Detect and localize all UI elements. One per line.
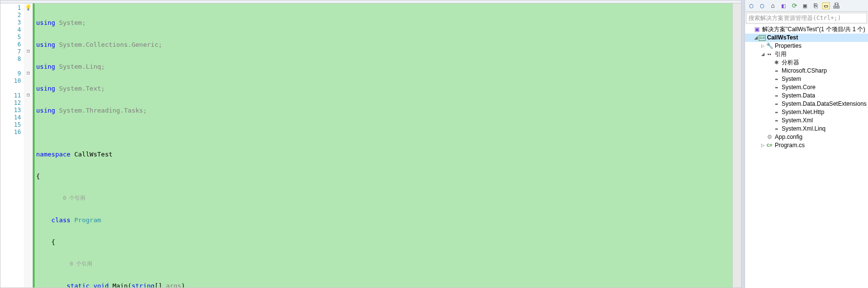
- reference-item[interactable]: ▪▪System.Core: [745, 83, 868, 92]
- line-num: 14: [0, 114, 21, 121]
- expander-icon[interactable]: ◢: [753, 34, 759, 42]
- code-text: System.Collections.Generic;: [55, 41, 162, 48]
- kw-static: static void: [36, 282, 113, 288]
- references-label: 引用: [775, 50, 787, 58]
- reference-item[interactable]: ▪▪System.Data.DataSetExtensions: [745, 100, 868, 108]
- properties-node[interactable]: ▷ 🔧 Properties: [745, 42, 868, 50]
- line-num: 11: [0, 92, 21, 99]
- line-num: 13: [0, 107, 21, 114]
- ref-label: System.Data: [782, 92, 815, 100]
- brace: {: [35, 173, 732, 180]
- kw-using: using: [36, 19, 55, 26]
- line-num: 10: [0, 77, 21, 85]
- properties-label: Properties: [775, 42, 802, 50]
- references-node[interactable]: ◢ ▪▪ 引用: [745, 50, 868, 58]
- ref-label: System: [782, 75, 801, 83]
- solution-node[interactable]: ▣ 解决方案"CallWsTest"(1 个项目/共 1 个): [745, 25, 868, 34]
- code-area[interactable]: 1 2 3 4 5 6 7 8 9 10 11 12 13 14 15 16 💡: [0, 3, 741, 288]
- line-num: 8: [0, 56, 21, 63]
- solution-explorer: ◯ ◯ ⌂ ◧ ⟳ ▣ ⎘ ▭ 品 搜索解决方案资源管理器(Ctrl+;) ▣ …: [745, 0, 868, 288]
- reference-item[interactable]: ▪▪System: [745, 75, 868, 83]
- analyzer-node[interactable]: ✱ 分析器: [745, 58, 868, 67]
- line-num: 3: [0, 19, 21, 26]
- line-num: 1: [0, 4, 21, 12]
- code-editor: 1 2 3 4 5 6 7 8 9 10 11 12 13 14 15 16 💡: [0, 0, 742, 288]
- view-icon[interactable]: ▭: [822, 2, 830, 9]
- line-num: 16: [0, 129, 21, 136]
- line-num: 2: [0, 12, 21, 19]
- code-text: System.Linq;: [55, 63, 105, 70]
- assembly-icon: ▪▪: [772, 109, 780, 116]
- ref-label: System.Net.Http: [782, 108, 824, 116]
- indicator-margin: 💡 ⊟ ⊟ ⊟: [24, 3, 33, 288]
- reference-item[interactable]: ▪▪System.Data: [745, 92, 868, 100]
- home-icon[interactable]: ⌂: [768, 1, 777, 10]
- solution-tree[interactable]: ▣ 解决方案"CallWsTest"(1 个项目/共 1 个) ◢ C# Cal…: [745, 24, 868, 288]
- explorer-toolbar: ◯ ◯ ⌂ ◧ ⟳ ▣ ⎘ ▭ 品: [745, 0, 868, 12]
- sync-icon[interactable]: ⟳: [790, 1, 799, 10]
- properties-icon[interactable]: ◧: [779, 1, 788, 10]
- assembly-icon: ▪▪: [772, 93, 780, 99]
- search-input[interactable]: 搜索解决方案资源管理器(Ctrl+;): [746, 13, 867, 23]
- line-num: 7: [0, 48, 21, 56]
- cs-file-icon: C#: [766, 142, 773, 149]
- reference-item[interactable]: ▪▪System.Net.Http: [745, 108, 868, 116]
- wrench-icon: 🔧: [766, 43, 773, 50]
- expander-icon[interactable]: ◢: [760, 50, 766, 58]
- code-content[interactable]: using System; using System.Collections.G…: [35, 3, 732, 288]
- line-num: 9: [0, 70, 21, 77]
- code-text: CallWsTest: [70, 151, 112, 158]
- ref-label: System.Core: [782, 83, 815, 92]
- project-node[interactable]: ◢ C# CallWsTest: [745, 34, 868, 42]
- references-icon: ▪▪: [766, 51, 773, 58]
- ref-label: System.Data.DataSetExtensions: [782, 100, 867, 108]
- csproj-icon: C#: [759, 35, 766, 41]
- back-icon[interactable]: ◯: [747, 1, 756, 10]
- reference-item[interactable]: ▪▪System.Xml.Linq: [745, 125, 868, 133]
- kw-using: using: [36, 63, 55, 70]
- assembly-icon: ▪▪: [772, 76, 780, 83]
- line-num: 6: [0, 41, 21, 48]
- project-label: CallWsTest: [767, 34, 798, 42]
- programcs-node[interactable]: ▷ C# Program.cs: [745, 141, 868, 150]
- brace: {: [35, 238, 732, 246]
- collapse-all-icon[interactable]: 品: [832, 1, 841, 10]
- expander-icon[interactable]: [747, 25, 753, 34]
- codelens[interactable]: 0 个引用: [35, 194, 732, 202]
- solution-label: 解决方案"CallWsTest"(1 个项目/共 1 个): [762, 25, 865, 34]
- appconfig-node[interactable]: ⚙ App.config: [745, 133, 868, 141]
- line-num: 12: [0, 99, 21, 107]
- search-placeholder: 搜索解决方案资源管理器(Ctrl+;): [748, 14, 841, 22]
- solution-icon: ▣: [753, 26, 761, 33]
- forward-icon[interactable]: ◯: [758, 1, 767, 10]
- assembly-icon: ▪▪: [772, 126, 780, 133]
- vertical-scrollbar[interactable]: [732, 3, 741, 288]
- kw-using: using: [36, 41, 55, 48]
- show-all-icon[interactable]: ▣: [801, 1, 809, 10]
- kw-using: using: [36, 107, 55, 114]
- ref-label: Microsoft.CSharp: [782, 67, 827, 75]
- assembly-icon: ▪▪: [772, 84, 780, 91]
- config-icon: ⚙: [766, 134, 773, 141]
- properties-page-icon[interactable]: ⎘: [811, 1, 820, 10]
- kw-class: class: [36, 216, 74, 224]
- kw-using: using: [36, 85, 55, 92]
- ref-label: System.Xml: [782, 116, 813, 125]
- reference-item[interactable]: ▪▪Microsoft.CSharp: [745, 67, 868, 75]
- reference-item[interactable]: ▪▪System.Xml: [745, 116, 868, 125]
- codelens[interactable]: 0 个引用: [35, 260, 732, 268]
- kw-namespace: namespace: [36, 151, 70, 158]
- assembly-icon: ▪▪: [772, 117, 780, 124]
- fold-icon[interactable]: ⊟: [24, 48, 33, 56]
- line-num: 5: [0, 34, 21, 41]
- type-program: Program: [74, 216, 101, 224]
- fold-icon[interactable]: ⊟: [24, 92, 33, 99]
- code-text: System.Text;: [55, 85, 105, 92]
- expander-icon[interactable]: ▷: [760, 141, 766, 150]
- lightbulb-icon[interactable]: 💡: [24, 4, 33, 12]
- assembly-icon: ▪▪: [772, 68, 780, 75]
- fold-icon[interactable]: ⊟: [24, 70, 33, 77]
- expander-icon[interactable]: ▷: [760, 42, 766, 50]
- method-main: Main: [113, 282, 128, 288]
- ref-label: System.Xml.Linq: [782, 125, 826, 133]
